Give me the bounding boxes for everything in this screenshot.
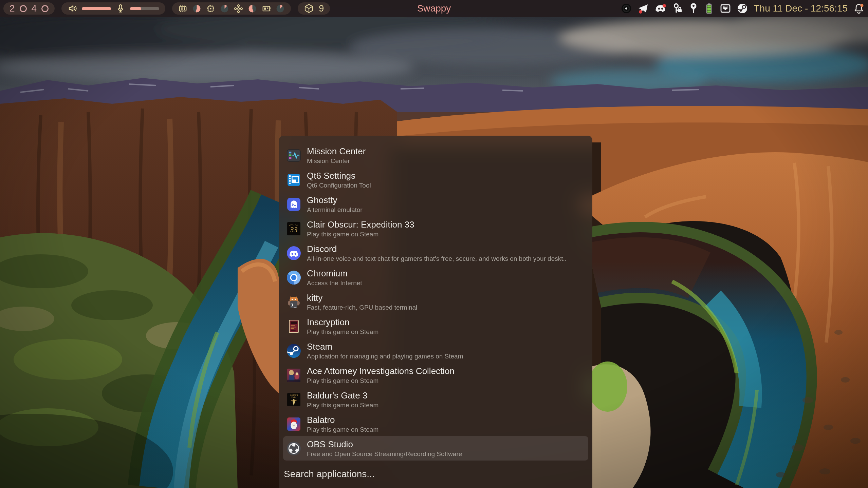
app-list: Mission Center Mission Center Qt6 Settin… bbox=[279, 143, 592, 461]
app-row-steam[interactable]: Steam Application for managing and playi… bbox=[283, 338, 588, 363]
app-description: Play this game on Steam bbox=[307, 328, 378, 336]
app-description: Play this game on Steam bbox=[307, 401, 378, 409]
app-description: A terminal emulator bbox=[307, 206, 363, 214]
battery-tray-icon[interactable] bbox=[704, 3, 714, 14]
app-description: Fast, feature-rich, GPU based terminal bbox=[307, 303, 417, 312]
svg-text:Gate: Gate bbox=[292, 396, 296, 399]
app-title: Ace Attorney Investigations Collection bbox=[307, 366, 455, 376]
svg-text:❯_: ❯_ bbox=[291, 302, 296, 307]
keepassxc-tray-icon[interactable] bbox=[672, 3, 683, 14]
mission-center-icon bbox=[287, 148, 301, 163]
app-row-clair-obscur[interactable]: 33 Clair Obscur: Expedition 33 Play this… bbox=[283, 216, 588, 241]
app-title: Steam bbox=[307, 341, 463, 352]
app-description: Application for managing and playing gam… bbox=[307, 352, 463, 360]
app-row-inscryption[interactable]: Inscryption Play this game on Steam bbox=[283, 314, 588, 338]
telegram-tray-icon[interactable] bbox=[638, 3, 649, 14]
app-title: Ghostty bbox=[307, 195, 363, 206]
app-title: Mission Center bbox=[307, 146, 366, 157]
app-row-obs-studio[interactable]: OBS Studio Free and Open Source Streamin… bbox=[283, 436, 588, 461]
app-description: Play this game on Steam bbox=[307, 230, 414, 238]
steam-icon bbox=[287, 344, 301, 358]
balatro-icon bbox=[287, 417, 301, 431]
app-row-discord[interactable]: Discord All-in-one voice and text chat f… bbox=[283, 241, 588, 265]
status-bar-tray: Thu 11 Dec - 12:56:15 bbox=[621, 0, 865, 17]
inscryption-icon bbox=[287, 319, 301, 334]
app-description: Free and Open Source Streaming/Recording… bbox=[307, 450, 462, 458]
app-description: Qt6 Configuration Tool bbox=[307, 181, 371, 190]
network-tray-icon[interactable] bbox=[720, 3, 731, 14]
clair-obscur-icon: 33 bbox=[287, 221, 301, 236]
search-input[interactable]: Search applications... bbox=[284, 469, 375, 480]
app-row-kitty[interactable]: ❯_ kitty Fast, feature-rich, GPU based t… bbox=[283, 290, 588, 314]
app-row-baldurs-gate-3[interactable]: Baldur's Gate Baldur's Gate 3 Play this … bbox=[283, 387, 588, 412]
ghostty-icon bbox=[287, 197, 301, 212]
app-row-ghostty[interactable]: Ghostty A terminal emulator bbox=[283, 192, 588, 216]
kitty-icon: ❯_ bbox=[287, 295, 301, 309]
app-title: Discord bbox=[307, 243, 567, 254]
app-title: Clair Obscur: Expedition 33 bbox=[307, 219, 414, 230]
app-row-mission-center[interactable]: Mission Center Mission Center bbox=[283, 143, 588, 168]
chromium-icon bbox=[287, 270, 301, 285]
app-title: Chromium bbox=[307, 268, 362, 279]
discord-icon bbox=[287, 246, 301, 260]
discord-tray-icon[interactable] bbox=[654, 3, 667, 14]
clock[interactable]: Thu 11 Dec - 12:56:15 bbox=[754, 3, 848, 14]
app-description: Access the Internet bbox=[307, 279, 362, 287]
ace-attorney-icon bbox=[287, 368, 301, 383]
app-title: OBS Studio bbox=[307, 439, 462, 450]
app-row-ace-attorney[interactable]: Ace Attorney Investigations Collection P… bbox=[283, 363, 588, 387]
baldurs-gate-3-icon: Baldur's Gate bbox=[287, 392, 301, 407]
key-tray-icon[interactable] bbox=[688, 3, 699, 14]
app-description: Mission Center bbox=[307, 157, 366, 165]
qt6-settings-icon bbox=[287, 173, 301, 187]
app-title: Inscryption bbox=[307, 317, 378, 328]
obs-studio-icon bbox=[287, 441, 301, 456]
status-bar: 2 4 bbox=[0, 0, 868, 17]
app-launcher: Mission Center Mission Center Qt6 Settin… bbox=[279, 136, 592, 488]
app-row-balatro[interactable]: Balatro Play this game on Steam bbox=[283, 412, 588, 436]
app-row-qt6-settings[interactable]: Qt6 Settings Qt6 Configuration Tool bbox=[283, 168, 588, 192]
steelseries-tray-icon[interactable] bbox=[621, 3, 632, 14]
steam-tray-icon[interactable] bbox=[737, 3, 748, 14]
app-title: Balatro bbox=[307, 414, 378, 425]
notification-bell-icon[interactable] bbox=[853, 3, 865, 14]
app-title: Baldur's Gate 3 bbox=[307, 390, 378, 401]
app-description: Play this game on Steam bbox=[307, 425, 378, 434]
app-title: Qt6 Settings bbox=[307, 170, 371, 181]
app-description: Play this game on Steam bbox=[307, 376, 455, 385]
svg-text:33: 33 bbox=[290, 225, 298, 234]
app-row-chromium[interactable]: Chromium Access the Internet bbox=[283, 265, 588, 290]
app-title: kitty bbox=[307, 292, 417, 303]
app-description: All-in-one voice and text chat for gamer… bbox=[307, 254, 567, 263]
